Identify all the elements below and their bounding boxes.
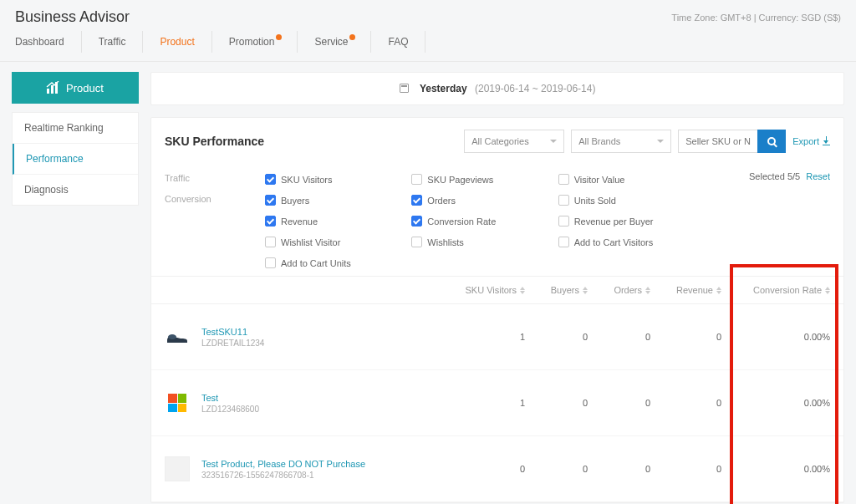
sku-code: LZD123468600 — [201, 405, 259, 414]
nav-traffic[interactable]: Traffic — [82, 31, 144, 53]
date-range: (2019-06-14 ~ 2019-06-14) — [475, 83, 595, 94]
sidemenu-realtime-ranking[interactable]: Realtime Ranking — [13, 113, 138, 144]
cell-value: 0 — [588, 398, 650, 408]
nav-product[interactable]: Product — [143, 31, 211, 53]
date-label: Yesterday — [420, 83, 467, 94]
date-range-bar[interactable]: Yesterday (2019-06-14 ~ 2019-06-14) — [150, 72, 844, 105]
search-button[interactable] — [757, 130, 786, 153]
cell-value: 0 — [650, 464, 721, 474]
sort-icon — [825, 287, 830, 294]
metric-sku-visitors[interactable]: SKU Visitors — [265, 171, 403, 187]
col-revenue[interactable]: Revenue — [650, 285, 721, 295]
side-menu: Realtime RankingPerformanceDiagnosis — [12, 112, 139, 206]
table-row: Test Product, Please DO NOT Purchase3235… — [151, 436, 843, 502]
cell-value: 0.00% — [721, 398, 830, 408]
category-filter[interactable]: All Categories — [464, 130, 564, 153]
sidemenu-diagnosis[interactable]: Diagnosis — [13, 175, 138, 205]
sku-performance-panel: SKU Performance All Categories All Brand… — [150, 117, 844, 503]
metric-add-to-cart-units[interactable]: Add to Cart Units — [265, 255, 403, 271]
sidemenu-performance[interactable]: Performance — [13, 144, 138, 175]
metric-buyers[interactable]: Buyers — [265, 192, 403, 208]
brand-filter[interactable]: All Brands — [571, 130, 671, 153]
export-link[interactable]: Export — [792, 136, 830, 146]
timezone-currency: Time Zone: GMT+8 | Currency: SGD (S$) — [671, 13, 841, 23]
sku-name-link[interactable]: Test — [201, 393, 259, 403]
traffic-group-label: Traffic — [165, 171, 257, 183]
panel-title: SKU Performance — [165, 135, 264, 148]
metric-revenue-per-buyer[interactable]: Revenue per Buyer — [558, 213, 696, 229]
download-icon — [823, 138, 830, 145]
cell-value: 0 — [650, 332, 721, 342]
checkbox-icon — [265, 257, 276, 268]
product-thumbnail — [165, 324, 190, 349]
table-row: TestSKU11LZDRETAIL123410000.00% — [151, 304, 843, 370]
metric-visitor-value[interactable]: Visitor Value — [558, 171, 696, 187]
cell-value: 0.00% — [721, 332, 830, 342]
metric-revenue[interactable]: Revenue — [265, 213, 403, 229]
notification-dot — [276, 34, 282, 40]
metric-wishlist-visitor[interactable]: Wishlist Visitor — [265, 234, 403, 250]
cell-value: 0 — [525, 332, 588, 342]
nav-faq[interactable]: FAQ — [371, 31, 425, 53]
sku-code: LZDRETAIL1234 — [201, 339, 264, 348]
sku-code: 323516726-1556247866708-1 — [201, 471, 365, 480]
nav-promotion[interactable]: Promotion — [212, 31, 298, 53]
chart-icon — [47, 82, 58, 94]
checkbox-icon — [265, 237, 276, 247]
reset-link[interactable]: Reset — [806, 171, 830, 181]
checkbox-icon — [411, 237, 422, 247]
cell-value: 0 — [588, 332, 650, 342]
sidebar-product-button[interactable]: Product — [12, 72, 139, 104]
checkbox-icon — [558, 237, 569, 247]
svg-point-0 — [168, 334, 176, 339]
checkbox-icon — [265, 216, 276, 227]
cell-value: 1 — [454, 332, 525, 342]
col-orders[interactable]: Orders — [588, 285, 650, 295]
table-row: TestLZD12346860010000.00% — [151, 370, 843, 436]
checkbox-icon — [411, 195, 422, 206]
checkbox-icon — [411, 216, 422, 227]
main-nav: DashboardTrafficProductPromotionServiceF… — [0, 31, 856, 62]
cell-value: 0.00% — [721, 464, 830, 474]
cell-value: 0 — [650, 398, 721, 408]
conversion-group-label: Conversion — [165, 192, 257, 204]
metric-wishlists[interactable]: Wishlists — [411, 234, 549, 250]
cell-value: 0 — [588, 464, 650, 474]
checkbox-icon — [558, 216, 569, 227]
metric-units-sold[interactable]: Units Sold — [558, 192, 696, 208]
calendar-icon — [400, 84, 409, 93]
checkbox-icon — [265, 195, 276, 206]
sku-name-link[interactable]: TestSKU11 — [201, 327, 264, 337]
selected-count: Selected 5/5 Reset — [705, 171, 830, 181]
nav-dashboard[interactable]: Dashboard — [15, 31, 82, 53]
metric-add-to-cart-visitors[interactable]: Add to Cart Visitors — [558, 234, 696, 250]
sidebar-product-label: Product — [66, 82, 104, 94]
search-input[interactable] — [678, 130, 757, 153]
app-title: Business Advisor — [15, 8, 130, 26]
metric-sku-pageviews[interactable]: SKU Pageviews — [411, 171, 549, 187]
col-sku-visitors[interactable]: SKU Visitors — [454, 285, 525, 295]
cell-value: 0 — [525, 464, 588, 474]
checkbox-icon — [265, 174, 276, 185]
checkbox-icon — [558, 195, 569, 206]
col-conversion-rate[interactable]: Conversion Rate — [721, 285, 830, 295]
cell-value: 0 — [525, 398, 588, 408]
checkbox-icon — [411, 174, 422, 185]
product-thumbnail — [165, 456, 190, 481]
product-thumbnail — [165, 390, 190, 415]
col-buyers[interactable]: Buyers — [525, 285, 588, 295]
sku-name-link[interactable]: Test Product, Please DO NOT Purchase — [201, 459, 365, 469]
metric-conversion-rate[interactable]: Conversion Rate — [411, 213, 549, 229]
checkbox-icon — [558, 174, 569, 185]
search-icon — [767, 137, 776, 145]
cell-value: 1 — [454, 398, 525, 408]
nav-service[interactable]: Service — [298, 31, 371, 53]
notification-dot — [349, 34, 355, 40]
metric-orders[interactable]: Orders — [411, 192, 549, 208]
cell-value: 0 — [454, 464, 525, 474]
